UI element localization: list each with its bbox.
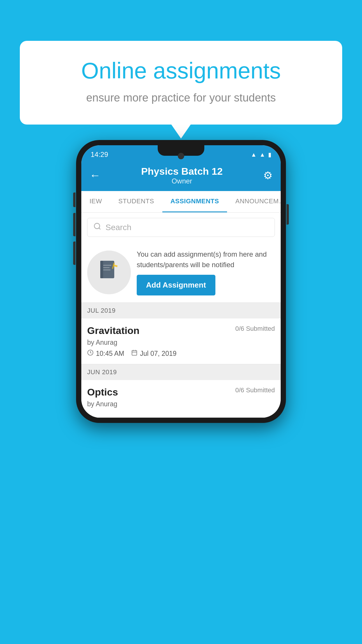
meta-date: Jul 07, 2019 [131,349,176,358]
promo-text-area: You can add assignment(s) from here and … [137,249,275,295]
signal-icon: ▲ [259,151,265,158]
month-header-jul: JUL 2019 [81,303,281,318]
svg-rect-7 [103,267,110,268]
clock-icon [87,349,94,358]
battery-icon: ▮ [268,151,271,158]
svg-rect-3 [100,261,103,278]
back-button[interactable]: ← [89,169,101,182]
month-header-jun: JUN 2019 [81,364,281,380]
assignment-top-row: Gravitation 0/6 Submitted [87,325,275,336]
calendar-icon [131,349,138,358]
svg-rect-6 [103,265,111,266]
tab-assignments[interactable]: ASSIGNMENTS [162,191,227,212]
svg-line-1 [99,228,100,229]
header-title: Physics Batch 12 [101,166,263,177]
assignment-submitted: 0/6 Submitted [235,325,275,332]
gear-icon[interactable]: ⚙ [263,169,273,182]
tabs-bar: IEW STUDENTS ASSIGNMENTS ANNOUNCEM… [81,191,281,213]
meta-time: 10:45 AM [87,349,124,358]
svg-rect-10 [132,351,137,356]
header-subtitle: Owner [101,177,263,185]
speech-bubble-subtitle: ensure more practice for your students [40,92,322,104]
speech-bubble-container: Online assignments ensure more practice … [20,41,342,125]
tab-students[interactable]: STUDENTS [110,191,162,212]
phone-container: 14:29 ▲ ▲ ▮ ← Physics Batch 12 Owner ⚙ I… [76,140,286,423]
assignment-meta: 10:45 AM Jul 07, 2019 [87,349,275,358]
phone-side-btn-left-2 [73,213,75,236]
assignment-author: by Anurag [87,339,275,346]
header-center: Physics Batch 12 Owner [101,166,263,185]
promo-icon-circle [87,251,131,294]
phone-camera [178,153,184,159]
phone-side-btn-left-3 [73,242,75,265]
phone-outer: 14:29 ▲ ▲ ▮ ← Physics Batch 12 Owner ⚙ I… [76,140,286,423]
status-time: 14:29 [91,150,108,159]
assignment-name-optics: Optics [87,386,118,398]
assignment-submitted-optics: 0/6 Submitted [235,386,275,394]
svg-point-0 [94,223,100,229]
assignment-author-optics: by Anurag [87,400,275,408]
search-box[interactable]: Search [87,218,275,237]
assignment-top-row-optics: Optics 0/6 Submitted [87,386,275,398]
status-icons: ▲ ▲ ▮ [251,151,271,158]
search-placeholder: Search [106,223,131,232]
search-container: Search [81,213,281,242]
assignment-name: Gravitation [87,325,139,336]
phone-screen: 14:29 ▲ ▲ ▮ ← Physics Batch 12 Owner ⚙ I… [81,145,281,418]
tab-iew[interactable]: IEW [81,191,110,212]
assignment-item-optics[interactable]: Optics 0/6 Submitted by Anurag [81,380,281,418]
assignment-item-gravitation[interactable]: Gravitation 0/6 Submitted by Anurag 10:4… [81,318,281,364]
phone-side-btn-left-1 [73,192,75,207]
phone-side-btn-right [287,204,289,225]
promo-description: You can add assignment(s) from here and … [137,249,275,270]
wifi-icon: ▲ [251,151,256,158]
app-header: ← Physics Batch 12 Owner ⚙ [81,162,281,191]
promo-card: You can add assignment(s) from here and … [81,242,281,303]
speech-bubble-title: Online assignments [40,58,322,83]
speech-bubble: Online assignments ensure more practice … [20,41,342,125]
search-icon [93,222,101,232]
add-assignment-button[interactable]: Add Assignment [137,275,215,295]
tab-announcements[interactable]: ANNOUNCEM… [227,191,281,212]
phone-notch [158,145,204,156]
svg-rect-8 [103,270,110,270]
notebook-icon [97,258,121,286]
